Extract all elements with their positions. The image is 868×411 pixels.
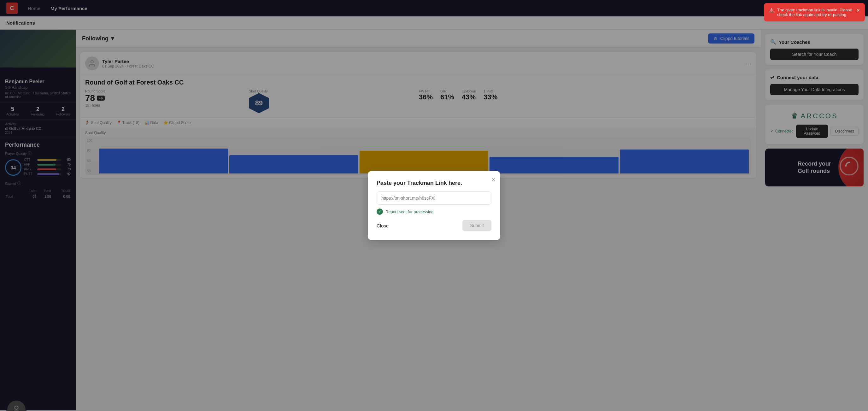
toast-close-button[interactable]: × [856,7,860,13]
trackman-link-input[interactable] [377,191,491,205]
trackman-modal: Paste your Trackman Link here. × ✓ Repor… [368,171,500,240]
error-toast: ⚠ The given trackman link is invalid. Pl… [764,3,865,22]
modal-footer: Close Submit [377,220,491,231]
modal-overlay: Paste your Trackman Link here. × ✓ Repor… [0,0,868,410]
modal-title: Paste your Trackman Link here. [377,180,491,186]
success-check-icon: ✓ [377,209,383,215]
toast-message: The given trackman link is invalid. Plea… [777,7,853,17]
success-text: Report sent for processing [385,210,433,214]
modal-close-x-button[interactable]: × [491,176,495,183]
modal-close-button[interactable]: Close [377,223,389,228]
success-message: ✓ Report sent for processing [377,209,491,215]
modal-submit-button[interactable]: Submit [462,220,491,231]
warning-icon: ⚠ [769,7,774,14]
